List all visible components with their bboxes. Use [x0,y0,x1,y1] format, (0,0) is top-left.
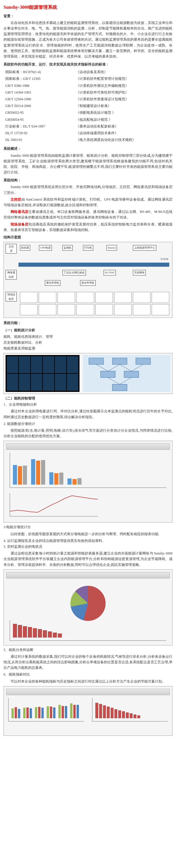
sec1-line-0: 能耗、能效信息报表统计、管理 [3,334,173,340]
chart-bar [68,478,72,485]
chart-bar [58,633,62,638]
chart-bar [28,627,32,637]
chart-bar [53,632,57,638]
chart-bar [50,707,52,718]
sec2-line1: 1、企业用电辅助分析 [3,402,173,407]
std-left: 国家标准：GB/T 12505 [4,76,74,82]
overview-para: Sunshy-3000 能源管理系统由能耗监测计量管理、能耗统计分析、能耗控制管… [3,153,173,176]
std-left: 国际标准：IEC870(1-4) [4,69,74,75]
svg-line-6 [96,364,108,371]
svg-rect-0 [89,358,104,364]
network-bus-bar [19,262,169,267]
std-left: GB50052-95 [4,110,74,116]
table-row: 国际标准：IEC870(1-4)《远动设备及系统》 [4,69,172,75]
std-left: DL 5003-91 [4,137,74,143]
svg-rect-2 [136,358,150,364]
svg-rect-4 [124,371,139,377]
sec2-line6: 5、能耗分类和诊断 [3,647,173,653]
meter-device-icon [76,292,94,303]
std-right: 《计算机软件质量保证计划规范》 [75,96,172,102]
chart-bar [70,703,72,718]
label-monitor: 监视机 [62,245,73,250]
chart-bar [49,472,53,485]
table-row: DL 5003-91《电力系统调度自动化设计技术规程》 [4,137,172,143]
chart-bar [110,708,114,718]
label-comm: 通讯管理机 [45,280,60,285]
sec2-title: （二）能耗控制管理 [3,396,173,401]
meter-device-icon [114,304,132,315]
table-row: GB/T 9386-1988《计算机软件测试文件编制规范》 [4,83,172,89]
field-layer-label: 现场设备层 [10,222,28,226]
chart-bar [23,708,26,718]
chart-bar [41,708,44,718]
chart-bar [43,630,47,638]
std-right: 《低压配电设计规范 》 [75,117,172,123]
chart-bar [13,465,17,485]
std-right: 《远动设备及系统》 [75,69,172,75]
chart-bar [103,705,106,718]
meter-device-icon [133,304,150,315]
chart-bar [11,708,14,718]
label-printer: 打印机 [83,245,93,250]
std-right: 《智能建筑设计标准》 [75,103,172,109]
meter-device-icon [152,304,169,315]
svg-rect-3 [101,371,115,377]
chart-bar [126,712,129,718]
screenshot-flowchart [3,353,173,394]
meter-device-icon [39,304,56,315]
main-layer-label: 主控层 [10,197,21,202]
sec2-line7: 6、能耗指标对比 [3,672,173,677]
chart-bar [36,461,40,485]
table-row: GB50054-95《低压配电设计规范 》 [4,117,172,123]
meter-device-icon [76,304,94,315]
meter-device-icon [95,292,113,303]
overview-heading: 系统概述： [3,146,173,152]
std-left: GB50054-95 [4,117,74,123]
chart-bar [72,479,77,485]
svg-line-10 [108,377,120,384]
std-left: GB/T 12504-1990 [4,96,74,102]
sec2-p6: 可以对本企业的各种能耗指标与历史指标之间进行对比通过以上分析方法产生企业的节能方… [3,679,173,684]
chart-bar [99,704,102,718]
chart-bar [95,703,98,718]
svg-line-9 [131,364,143,371]
chart-bar [54,473,58,485]
structure-diagram: 主控层 路由器 UPD电源 监视机 打印机 Internet 上级能源管理中心 … [3,242,173,318]
std-right: 《计算机软件配置管理计划规范》 [75,76,172,82]
chart-bar [77,478,81,485]
label-main-layer-side: 主控层 [5,244,17,253]
net-layer-label: 网络通讯层 [10,210,28,214]
meter-device-icon [20,292,37,303]
chart-bar [73,705,76,718]
structure-net-layer: 网络通讯层主要由通讯主机、串口设备联网服务器、通讯网络设备，通过以太网、RS-4… [3,209,173,220]
sec2-line3: 3.电能分项统计分 [3,524,173,530]
table-row: GB/T 12504-1990《计算机软件质量保证计划规范》 [4,96,172,102]
flow-diagram-icon [83,355,171,392]
meter-device-icon [133,292,150,303]
chart-bar [118,710,121,718]
table-row: 行业标准：DL/T 634-1997《基本远动任务配套标准》 [4,123,172,129]
background-para: 在自动化技术和信息技术基础上建立的能耗监测管理系统，以客观综合能源数据为依据，实… [3,20,173,59]
background-heading: 背景： [3,13,173,19]
std-left: GB/T 50314-2000 [4,103,74,109]
table-row: GB/T 50314-2000《智能建筑设计标准》 [4,103,172,109]
standards-heading: 系统软件的功能开发、运行、技术实现及相关技术指标符合的标准： [3,62,173,67]
sec2-p4: 通过远程信息采集每小时的热计量之能源和智能抄表服务器,建立企业的全面能源计量网络… [3,551,173,568]
sec2-p3: 以柱状图，折线图等图形直观的方式将分项电能进一步的分析与整理。同时配有相应的报表… [3,531,173,537]
sec1-line-1: 历史能耗数据对比、分析 [3,340,173,345]
screenshot-pie-rank [3,569,173,646]
label-switch: 工业以太网交换机 [62,270,86,275]
sec2-line2: 2. 能源数据分项统计 [3,421,173,427]
table-row: GB50052-95《供配电系统设计规范 》 [4,110,172,116]
std-left: 行业标准：DL/T 634-1997 [4,123,74,129]
chart-bar [23,466,27,485]
meter-device-icon [114,292,132,303]
meter-device-icon [20,304,37,315]
meter-device-icon [39,292,56,303]
label-upd: UPD电源 [39,245,52,250]
chart-bar [18,709,20,718]
chart-bar [30,708,32,718]
page-title: Sunshy-3000能源管理系统 [3,3,173,11]
label-tcpip: TCP/IP [159,257,169,261]
std-left: DL/T 13729-92 [4,130,74,136]
